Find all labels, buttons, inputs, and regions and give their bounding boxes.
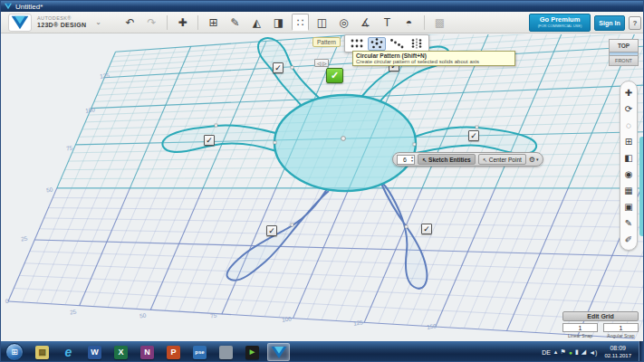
entity-checkbox-checked[interactable]: ✓: [421, 224, 432, 234]
circular-pattern-icon[interactable]: [368, 37, 386, 51]
petal-left[interactable]: [162, 125, 276, 152]
visibility-icon[interactable]: ◉: [621, 167, 636, 181]
navigation-toolbar: ✚⟳◌⊞◧◉▦▣✎✐: [620, 81, 638, 251]
application-window: Untitled* AUTODESK® 123D® DESIGN ⌄ ↶↷✚⊞✎…: [0, 0, 644, 362]
instance-count-spinner[interactable]: 6 ▴▾: [397, 155, 415, 165]
grid-axis-label: 0: [5, 298, 10, 304]
confirm-pattern-button[interactable]: ✓: [326, 68, 343, 83]
orbit-icon[interactable]: ⟳: [621, 101, 636, 116]
excel-icon[interactable]: X: [110, 343, 132, 361]
powerpoint-icon[interactable]: P: [162, 343, 185, 361]
start-button[interactable]: ⊞: [5, 343, 24, 361]
entity-checkbox-checked[interactable]: ✓: [273, 62, 284, 73]
123d-design-icon[interactable]: [267, 343, 290, 361]
grid-axis-label: 125: [100, 71, 111, 79]
action-center-flag-icon[interactable]: ⚑: [560, 348, 565, 356]
sketch-toggle-icon[interactable]: ✎: [621, 215, 636, 230]
center-ellipse[interactable]: [274, 95, 416, 191]
language-indicator[interactable]: DE: [542, 349, 551, 356]
photoshop-elements-icon[interactable]: pse: [188, 343, 211, 361]
tooltip: Circular Pattern (Shift+N) Create circul…: [352, 51, 515, 66]
grid-axis-label: 75: [66, 145, 73, 152]
viewcube-top-face[interactable]: TOP: [609, 39, 639, 52]
side-panel-tab[interactable]: [639, 137, 643, 236]
taskbar-apps: ▤eWXNPpse▶: [29, 343, 292, 361]
tray-icons: ▴⚑●▮◢◄): [554, 348, 598, 356]
grid-axis-label: 50: [46, 186, 53, 194]
internet-explorer-icon[interactable]: e: [57, 343, 80, 361]
grid-axis-label: 100: [85, 106, 96, 113]
pinned-window-app-icon[interactable]: ▤: [31, 343, 53, 361]
cursor-select-icon: ↖: [422, 157, 427, 163]
next-arrow-icon[interactable]: ▷: [322, 61, 326, 66]
linear-snap-input[interactable]: 1: [562, 323, 598, 332]
tooltip-body: Create circular pattern of selected soli…: [356, 59, 512, 64]
pattern-nav-arrows[interactable]: ◁ ▷: [314, 59, 329, 67]
volume-icon[interactable]: ◄): [589, 349, 597, 356]
linear-snap-label: Linear Snap: [562, 333, 598, 338]
construction-toggle-icon[interactable]: ✐: [621, 232, 636, 246]
grid-axis-label: 75: [210, 312, 217, 319]
zoom-icon[interactable]: ◌: [621, 118, 636, 132]
gear-icon: ⚙: [529, 156, 535, 164]
center-point-label: Center Point: [489, 157, 522, 163]
angular-snap-input[interactable]: 1: [603, 323, 639, 332]
pattern-options-gear[interactable]: ⚙ ▾: [529, 156, 539, 164]
rectangular-pattern-icon[interactable]: [348, 37, 366, 51]
instance-count-value[interactable]: 6: [399, 157, 411, 163]
pattern-flyout-label: Pattern: [312, 37, 341, 47]
network-icon[interactable]: ◢: [582, 348, 586, 356]
edit-grid-panel: Edit Grid 1 Linear Snap 1 Angular Snap: [562, 311, 639, 338]
grid-axis-label: 25: [70, 309, 77, 316]
taskbar-clock[interactable]: 08:09 02.11.2017: [604, 345, 631, 359]
grid-axis-label: 100: [282, 315, 293, 322]
view-cube[interactable]: TOP FRONT: [609, 39, 639, 66]
mirror-pattern-icon[interactable]: [408, 37, 426, 51]
clock-time: 08:09: [604, 345, 631, 352]
onenote-icon[interactable]: N: [136, 343, 159, 361]
system-tray: DE ▴⚑●▮◢◄) 08:09 02.11.2017: [542, 341, 644, 362]
tooltip-title: Circular Pattern (Shift+N): [356, 52, 512, 59]
modeling-canvas[interactable]: [1, 1, 644, 362]
grid-axis-label: 150: [427, 322, 437, 329]
edit-grid-button[interactable]: Edit Grid: [562, 311, 639, 321]
center-point-button[interactable]: ↖ Center Point: [478, 154, 526, 165]
entity-checkbox-checked[interactable]: ✓: [266, 225, 277, 236]
viewcube-front-face[interactable]: FRONT: [609, 56, 639, 66]
media-player-icon[interactable]: ▶: [241, 343, 264, 361]
pan-icon[interactable]: ✚: [621, 85, 636, 100]
sketch-entities-label: Sketch Entities: [428, 157, 471, 163]
hidden-icons-chevron[interactable]: ▴: [554, 348, 558, 356]
antivirus-icon[interactable]: ●: [569, 349, 572, 356]
prev-arrow-icon[interactable]: ◁: [317, 61, 321, 66]
windows-taskbar: ⊞ ▤eWXNPpse▶ DE ▴⚑●▮◢◄) 08:09 02.11.2017: [1, 341, 644, 362]
gray-app-icon[interactable]: [215, 343, 237, 361]
word-icon[interactable]: W: [83, 343, 106, 361]
grid-axis-label: 50: [139, 312, 147, 319]
pattern-flyout-panel: [344, 34, 429, 52]
entity-checkbox-checked[interactable]: ✓: [204, 135, 215, 146]
gear-dropdown-icon: ▾: [536, 157, 539, 162]
show-desktop-button[interactable]: [639, 341, 643, 362]
angular-snap-label: Angular Snap: [603, 333, 639, 338]
fit-icon[interactable]: ⊞: [621, 134, 636, 148]
snapshot-icon[interactable]: ▣: [621, 199, 636, 214]
view-mode-icon[interactable]: ◧: [621, 150, 636, 165]
circular-pattern-mini-toolbar: 6 ▴▾ ↖ Sketch Entities ↖ Center Point ⚙ …: [392, 152, 543, 167]
material-icon[interactable]: ▦: [621, 183, 636, 197]
sketch-entities-button[interactable]: ↖ Sketch Entities: [418, 154, 476, 165]
battery-icon[interactable]: ▮: [575, 348, 579, 356]
cursor-select-icon: ↖: [483, 157, 487, 163]
spinner-arrows-icon[interactable]: ▴▾: [411, 156, 413, 163]
center-point-marker[interactable]: [341, 137, 346, 141]
path-pattern-icon[interactable]: [388, 37, 406, 51]
clock-date: 02.11.2017: [604, 353, 631, 359]
grid-axis-label: 25: [21, 235, 28, 243]
grid-axis-label: 125: [353, 319, 364, 326]
entity-checkbox-checked[interactable]: ✓: [468, 130, 479, 141]
